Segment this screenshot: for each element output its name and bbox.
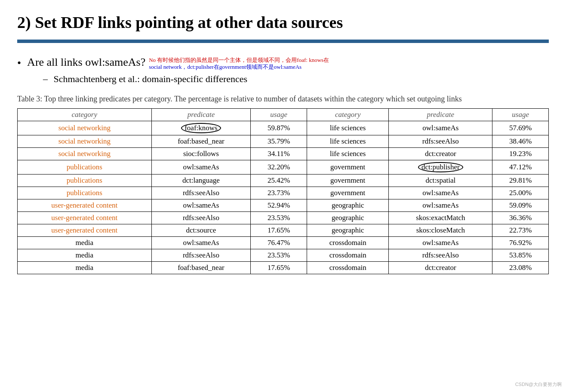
cell-pred: rdfs:seeAlso <box>151 212 251 224</box>
annotation-red: No 有时候他们指的虽然是同一个主体，但是领域不同，会用foaf: knows在 <box>149 57 329 63</box>
cell-pred: dct:source <box>151 224 251 237</box>
cell-usage2: 25.00% <box>492 187 549 199</box>
sub-bullet-text: Schmachtenberg et al.: domain-specific d… <box>54 74 248 84</box>
cell-cat2: government <box>307 187 389 199</box>
cell-cat: user-generated content <box>18 199 152 212</box>
cell-usage2: 23.08% <box>492 262 549 274</box>
cell-pred2: rdfs:seeAlso <box>389 249 492 262</box>
cell-usage: 23.53% <box>251 249 307 262</box>
cell-usage: 76.47% <box>251 237 307 249</box>
cell-cat2: government <box>307 160 389 175</box>
table-row: social networking sioc:follows 34.11% li… <box>18 148 549 160</box>
cell-pred2: owl:sameAs <box>389 187 492 199</box>
cell-pred2: skos:closeMatch <box>389 224 492 237</box>
cell-pred: owl:sameAs <box>151 237 251 249</box>
cell-usage2: 19.23% <box>492 148 549 160</box>
cell-pred2: owl:sameAs <box>389 237 492 249</box>
cell-cat: social networking <box>18 121 152 135</box>
cell-cat2: life sciences <box>307 135 389 148</box>
table-row: publications owl:sameAs 32.20% governmen… <box>18 160 549 175</box>
cell-pred2: dct:publisher <box>389 160 492 175</box>
bullet-main: • Are all links owl:sameAs? No 有时候他们指的虽然… <box>17 56 549 71</box>
cell-cat: social networking <box>18 135 152 148</box>
cell-usage2: 76.92% <box>492 237 549 249</box>
cell-usage: 17.65% <box>251 262 307 274</box>
cell-usage: 59.87% <box>251 121 307 135</box>
cell-pred2: rdfs:seeAlso <box>389 135 492 148</box>
table-header-row: category predicate usage category predic… <box>18 109 549 121</box>
cell-usage2: 22.73% <box>492 224 549 237</box>
cell-usage2: 53.85% <box>492 249 549 262</box>
cell-usage2: 38.46% <box>492 135 549 148</box>
cell-cat2: geographic <box>307 212 389 224</box>
cell-usage2: 57.69% <box>492 121 549 135</box>
bullet-text: Are all links owl:sameAs? No 有时候他们指的虽然是同… <box>27 56 329 71</box>
table-row: publications dct:language 25.42% governm… <box>18 175 549 187</box>
cell-cat2: geographic <box>307 199 389 212</box>
cell-cat2: life sciences <box>307 148 389 160</box>
cell-cat: publications <box>18 175 152 187</box>
cell-cat: publications <box>18 160 152 175</box>
cell-usage: 34.11% <box>251 148 307 160</box>
cell-usage: 23.73% <box>251 187 307 199</box>
table-row: social networking foaf:knows 59.87% life… <box>18 121 549 135</box>
cell-pred: rdfs:seeAlso <box>151 249 251 262</box>
cell-usage: 25.42% <box>251 175 307 187</box>
th-predicate1: predicate <box>151 109 251 121</box>
cell-pred2: owl:sameAs <box>389 121 492 135</box>
cell-cat: user-generated content <box>18 212 152 224</box>
table-row: user-generated content owl:sameAs 52.94%… <box>18 199 549 212</box>
table-row: social networking foaf:based_near 35.79%… <box>18 135 549 148</box>
bullet-label: Are all links owl:sameAs? <box>27 56 145 69</box>
table-row: media owl:sameAs 76.47% crossdomain owl:… <box>18 237 549 249</box>
cell-cat2: geographic <box>307 224 389 237</box>
th-category1: category <box>18 109 152 121</box>
cell-pred: rdfs:seeAlso <box>151 187 251 199</box>
cell-pred2: dct:creator <box>389 262 492 274</box>
cell-pred2: dct:spatial <box>389 175 492 187</box>
bullet-dot: • <box>17 57 21 70</box>
cell-pred: owl:sameAs <box>151 199 251 212</box>
cell-pred: sioc:follows <box>151 148 251 160</box>
sub-bullet: – Schmachtenberg et al.: domain-specific… <box>43 74 549 85</box>
cell-pred2: owl:sameAs <box>389 199 492 212</box>
cell-usage: 52.94% <box>251 199 307 212</box>
table-row: publications rdfs:seeAlso 23.73% governm… <box>18 187 549 199</box>
page-title: 2) Set RDF links pointing at other data … <box>17 13 549 33</box>
cell-usage2: 59.09% <box>492 199 549 212</box>
cell-cat: media <box>18 249 152 262</box>
cell-pred: dct:language <box>151 175 251 187</box>
blue-divider <box>17 40 549 43</box>
cell-cat2: crossdomain <box>307 249 389 262</box>
cell-cat2: crossdomain <box>307 237 389 249</box>
data-table: category predicate usage category predic… <box>17 108 549 274</box>
th-usage2: usage <box>492 109 549 121</box>
th-category2: category <box>307 109 389 121</box>
cell-pred: owl:sameAs <box>151 160 251 175</box>
cell-pred2: dct:creator <box>389 148 492 160</box>
cell-usage: 23.53% <box>251 212 307 224</box>
cell-cat2: life sciences <box>307 121 389 135</box>
table-row: media rdfs:seeAlso 23.53% crossdomain rd… <box>18 249 549 262</box>
cell-usage2: 36.36% <box>492 212 549 224</box>
table-caption: Table 3: Top three linking predicates pe… <box>17 93 549 105</box>
table-row: user-generated content rdfs:seeAlso 23.5… <box>18 212 549 224</box>
cell-pred2: skos:exactMatch <box>389 212 492 224</box>
cell-pred: foaf:based_near <box>151 262 251 274</box>
cell-cat2: government <box>307 175 389 187</box>
cell-usage: 32.20% <box>251 160 307 175</box>
th-usage1: usage <box>251 109 307 121</box>
cell-cat: media <box>18 237 152 249</box>
table-row: user-generated content dct:source 17.65%… <box>18 224 549 237</box>
cell-cat: media <box>18 262 152 274</box>
cell-cat: social networking <box>18 148 152 160</box>
cell-pred: foaf:knows <box>151 121 251 135</box>
sub-dash: – <box>43 74 48 84</box>
cell-usage: 17.65% <box>251 224 307 237</box>
table-row: media foaf:based_near 17.65% crossdomain… <box>18 262 549 274</box>
annotation: No 有时候他们指的虽然是同一个主体，但是领域不同，会用foaf: knows在… <box>149 57 329 71</box>
cell-usage2: 29.81% <box>492 175 549 187</box>
cell-usage2: 47.12% <box>492 160 549 175</box>
th-predicate2: predicate <box>389 109 492 121</box>
cell-cat2: crossdomain <box>307 262 389 274</box>
